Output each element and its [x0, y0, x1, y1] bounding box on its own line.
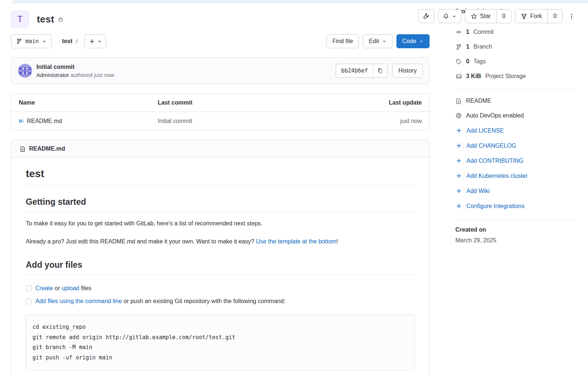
- add-wiki-label: Add Wiki: [466, 188, 490, 194]
- branch-selector[interactable]: main: [11, 34, 52, 48]
- sidebar-item-storage[interactable]: 3 KiB Project Storage: [455, 69, 577, 84]
- history-button[interactable]: History: [392, 64, 423, 78]
- document-icon: [455, 98, 462, 104]
- commit-author[interactable]: Administrator: [36, 72, 69, 78]
- add-contributing-label: Add CONTRIBUTING: [466, 158, 524, 164]
- task1-suffix-text: files: [79, 285, 91, 291]
- chevron-down-icon: [97, 39, 102, 43]
- command-line-link[interactable]: Add files using the command line: [35, 298, 122, 304]
- sidebar-item-branches[interactable]: 1 Branch: [455, 39, 577, 54]
- add-changelog-label: Add CHANGELOG: [466, 143, 516, 149]
- storage-label: Project Storage: [485, 73, 526, 80]
- auto-devops-label: Auto DevOps enabled: [466, 112, 524, 119]
- fork-button[interactable]: Fork: [515, 10, 547, 23]
- code-line: git branch -M main: [32, 342, 408, 353]
- configure-integrations-label: Configure Integrations: [466, 203, 524, 210]
- copy-sha-button[interactable]: [373, 64, 387, 77]
- column-header-name: Name: [19, 99, 158, 106]
- branch-icon: [16, 38, 22, 44]
- edit-button[interactable]: Edit: [363, 34, 392, 48]
- find-file-label: Find file: [332, 38, 353, 45]
- sidebar-link-configure-integrations[interactable]: Configure Integrations: [455, 198, 577, 214]
- fork-count[interactable]: 0: [547, 10, 562, 23]
- row-last-update: just now: [348, 118, 422, 124]
- readme-panel: README.md test Getting started To make i…: [11, 140, 430, 376]
- task-checkbox: [26, 298, 32, 304]
- readme-title: test: [26, 168, 415, 185]
- code-label: Code: [402, 38, 416, 45]
- commit-authored-time: authored just now: [69, 72, 114, 78]
- readme-file-header[interactable]: README.md: [11, 140, 429, 158]
- commit-sha-group: bb24b6ef: [336, 64, 388, 78]
- add-your-files-heading: Add your files: [26, 260, 415, 275]
- divider: [455, 219, 577, 220]
- sidebar-item-auto-devops[interactable]: Auto DevOps enabled: [455, 108, 577, 123]
- row-last-commit-link[interactable]: Initial commit: [158, 118, 348, 124]
- copy-icon: [377, 68, 383, 74]
- paragraph-2-text: Already a pro? Just edit this README.md …: [26, 238, 256, 245]
- sidebar-item-commits[interactable]: 1 Commit: [455, 25, 577, 39]
- fork-icon: [521, 13, 527, 20]
- sidebar-item-tags[interactable]: 0 Tags: [455, 54, 577, 69]
- plus-icon: [455, 203, 462, 209]
- breadcrumb-separator: /: [76, 38, 78, 45]
- sidebar-link-add-wiki[interactable]: Add Wiki: [455, 183, 577, 198]
- plus-icon: [455, 143, 462, 149]
- commit-author-avatar[interactable]: [18, 64, 32, 78]
- page-title: test: [37, 14, 54, 25]
- plus-icon: [455, 173, 462, 179]
- file-tree-table: Name Last commit Last update M↓ README.m…: [11, 93, 430, 131]
- sidebar-link-add-kubernetes-cluster[interactable]: Add Kubernetes cluster: [455, 168, 577, 183]
- notifications-button[interactable]: [438, 9, 461, 23]
- kebab-menu-icon: [568, 13, 575, 20]
- table-row[interactable]: M↓ README.md Initial commit just now: [11, 112, 429, 130]
- readme-content: test Getting started To make it easy for…: [11, 158, 429, 376]
- template-link[interactable]: Use the template at the bottom: [256, 238, 337, 245]
- find-file-button[interactable]: Find file: [326, 34, 359, 48]
- breadcrumb-project[interactable]: test: [62, 38, 72, 45]
- main-content: T test main test: [11, 3, 430, 376]
- commit-message[interactable]: Initial commit: [36, 64, 114, 70]
- commit-byline: Administrator authored just now: [36, 72, 114, 78]
- created-on-date: March 29, 2025: [455, 237, 577, 244]
- breadcrumb: test /: [62, 38, 78, 45]
- branch-icon: [455, 44, 462, 50]
- chevron-down-icon: [452, 14, 456, 18]
- more-actions-button[interactable]: [566, 9, 577, 23]
- plus-icon: [455, 127, 462, 134]
- task-checkbox: [26, 285, 32, 291]
- sidebar-link-add-license[interactable]: Add LICENSE: [455, 123, 577, 138]
- private-lock-icon: [58, 17, 63, 22]
- project-avatar-letter: T: [17, 14, 23, 24]
- project-information-sidebar: Project information 1 Commit 1 Branch: [455, 3, 577, 376]
- commit-sha[interactable]: bb24b6ef: [336, 64, 373, 77]
- code-line: git remote add origin http://gitlab.exam…: [32, 333, 408, 343]
- add-to-tree-button[interactable]: [84, 34, 106, 48]
- create-files-link[interactable]: Create: [35, 285, 53, 291]
- chevron-down-icon: [42, 39, 46, 43]
- readme-file-name[interactable]: README.md: [29, 145, 65, 152]
- file-name-link[interactable]: README.md: [27, 118, 62, 124]
- commit-count: 1: [466, 29, 469, 35]
- admin-wrench-button[interactable]: [418, 9, 434, 23]
- star-button[interactable]: Star: [465, 10, 496, 23]
- sidebar-link-add-changelog[interactable]: Add CHANGELOG: [455, 138, 577, 153]
- column-header-last-commit: Last commit: [158, 99, 348, 106]
- sidebar-item-readme[interactable]: README: [455, 94, 577, 108]
- star-label: Star: [480, 13, 491, 20]
- sidebar-link-add-contributing[interactable]: Add CONTRIBUTING: [455, 153, 577, 168]
- fork-button-group: Fork 0: [515, 9, 563, 23]
- star-count[interactable]: 0: [496, 10, 511, 23]
- star-button-group: Star 0: [465, 9, 511, 23]
- tag-label: Tags: [473, 58, 486, 65]
- star-icon: [471, 13, 477, 20]
- task1-middle-text: or: [53, 285, 62, 291]
- upload-files-link[interactable]: upload: [62, 285, 79, 291]
- file-table-header: Name Last commit Last update: [11, 94, 429, 112]
- code-button[interactable]: Code: [396, 34, 430, 48]
- project-header: T test: [11, 10, 430, 28]
- readme-paragraph-2: Already a pro? Just edit this README.md …: [26, 237, 415, 246]
- gear-icon: [455, 112, 462, 119]
- add-kubernetes-cluster-label: Add Kubernetes cluster: [466, 173, 528, 179]
- fork-count-value: 0: [553, 13, 557, 20]
